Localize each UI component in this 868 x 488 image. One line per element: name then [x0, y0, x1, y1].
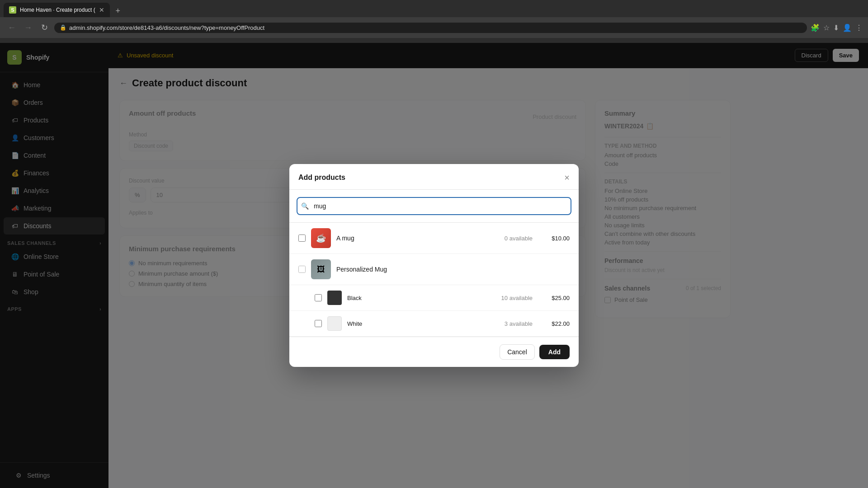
- modal-header: Add products ×: [289, 164, 579, 190]
- black-thumbnail: [327, 291, 342, 305]
- tab-title: Home Haven · Create product (: [20, 7, 95, 13]
- variant-black[interactable]: Black 10 available $25.00: [289, 285, 579, 311]
- extensions-icon[interactable]: 🧩: [811, 23, 820, 32]
- tab-close-button[interactable]: ✕: [99, 6, 104, 14]
- add-button[interactable]: Add: [539, 345, 570, 359]
- cancel-button[interactable]: Cancel: [500, 344, 535, 360]
- black-checkbox[interactable]: [315, 294, 322, 301]
- nav-back-button[interactable]: ←: [5, 21, 18, 34]
- white-thumbnail: [327, 316, 342, 331]
- modal-search-input[interactable]: [297, 197, 571, 215]
- menu-icon[interactable]: ⋮: [855, 23, 863, 32]
- add-products-modal: Add products × 🔍 ☕ A mug 0 available $10…: [289, 164, 579, 367]
- browser-chrome: S Home Haven · Create product ( ✕ + ← → …: [0, 0, 868, 43]
- a-mug-checkbox[interactable]: [298, 235, 306, 242]
- modal-search-wrapper: 🔍: [297, 197, 571, 215]
- modal-close-button[interactable]: ×: [564, 173, 570, 182]
- product-item-personalized-mug[interactable]: 🖼 Personalized Mug: [289, 254, 579, 285]
- modal-title: Add products: [298, 174, 345, 182]
- a-mug-availability: 0 available: [487, 235, 533, 242]
- black-price: $25.00: [538, 295, 570, 301]
- white-checkbox[interactable]: [315, 320, 322, 327]
- nav-reload-button[interactable]: ↻: [38, 21, 51, 34]
- bookmark-icon[interactable]: ☆: [823, 23, 830, 32]
- modal-footer: Cancel Add: [289, 337, 579, 367]
- active-tab[interactable]: S Home Haven · Create product ( ✕: [4, 3, 110, 17]
- modal-search-section: 🔍: [289, 190, 579, 223]
- a-mug-thumbnail: ☕: [311, 228, 331, 248]
- white-availability: 3 available: [487, 320, 533, 327]
- new-tab-button[interactable]: +: [112, 5, 124, 17]
- white-name: White: [347, 320, 482, 327]
- a-mug-name: A mug: [336, 235, 482, 242]
- browser-nav-bar: ← → ↻ 🔒 admin.shopify.com/store/de8143-a…: [0, 17, 868, 38]
- personalized-mug-name: Personalized Mug: [336, 266, 482, 273]
- a-mug-price: $10.00: [538, 235, 570, 242]
- lock-icon: 🔒: [60, 24, 66, 31]
- download-icon[interactable]: ⬇: [833, 23, 839, 32]
- black-name: Black: [347, 295, 482, 301]
- tab-favicon: S: [9, 6, 16, 14]
- modal-overlay: Add products × 🔍 ☕ A mug 0 available $10…: [0, 43, 868, 488]
- nav-forward-button[interactable]: →: [22, 21, 34, 34]
- personalized-mug-checkbox[interactable]: [298, 266, 306, 273]
- browser-nav-actions: 🧩 ☆ ⬇ 👤 ⋮: [811, 23, 863, 32]
- address-text: admin.shopify.com/store/de8143-a6/discou…: [69, 24, 264, 31]
- search-icon: 🔍: [301, 202, 309, 210]
- browser-tabs: S Home Haven · Create product ( ✕ +: [0, 0, 868, 17]
- profile-icon[interactable]: 👤: [843, 23, 852, 32]
- modal-product-list: ☕ A mug 0 available $10.00 🖼 Personalize…: [289, 223, 579, 337]
- white-price: $22.00: [538, 320, 570, 327]
- variant-white[interactable]: White 3 available $22.00: [289, 311, 579, 337]
- personalized-mug-thumbnail: 🖼: [311, 259, 331, 279]
- address-bar[interactable]: 🔒 admin.shopify.com/store/de8143-a6/disc…: [54, 23, 807, 33]
- product-item-a-mug[interactable]: ☕ A mug 0 available $10.00: [289, 223, 579, 254]
- black-availability: 10 available: [487, 295, 533, 301]
